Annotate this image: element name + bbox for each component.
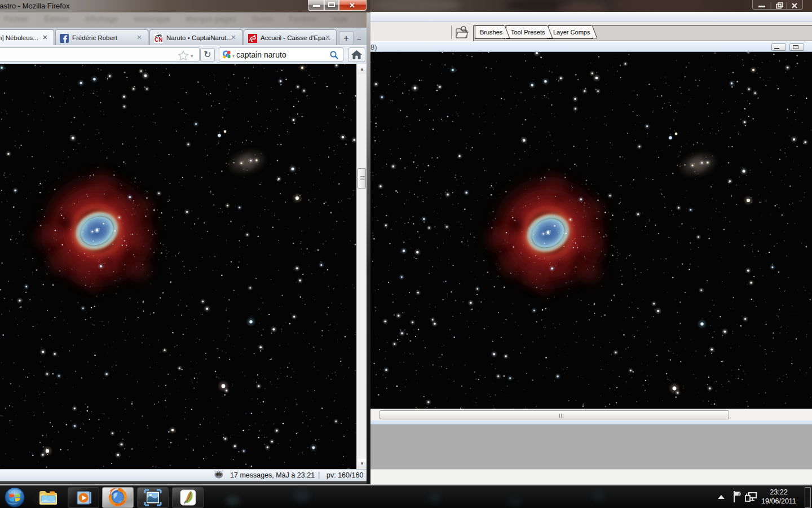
svg-text:CN: CN [155,37,162,43]
